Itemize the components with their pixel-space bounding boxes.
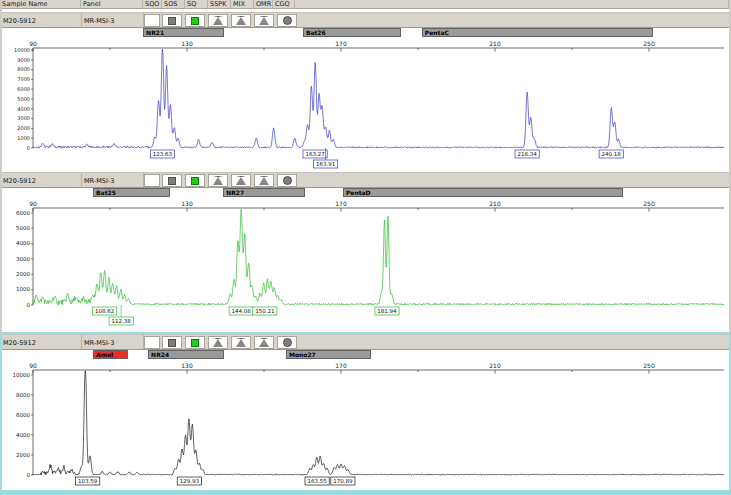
- trace-path: [33, 49, 724, 148]
- marker-row: AmelNR24Mono27: [0, 350, 731, 360]
- y-tick-label: 2000: [17, 125, 30, 131]
- cell-divider: [81, 173, 82, 187]
- cgq-flag-icon: [283, 16, 292, 25]
- marker-bat25[interactable]: Bat25: [93, 188, 170, 197]
- sos-flag-cell[interactable]: [162, 14, 182, 27]
- sqo-cell[interactable]: [144, 336, 160, 349]
- sample-name: M20-5912: [3, 17, 36, 25]
- x-tick-label: 250: [643, 200, 655, 207]
- sample-row[interactable]: M20-5912 MR-MSI-3: [0, 334, 731, 350]
- marker-amel[interactable]: Amel: [93, 350, 128, 359]
- y-tick-label: 9000: [17, 57, 30, 63]
- y-tick-label: 6000: [16, 210, 30, 216]
- sspk-flag-cell[interactable]: [208, 14, 228, 27]
- sample-row[interactable]: M20-5912 MR-MSI-3: [0, 12, 731, 28]
- col-sample-name[interactable]: Sample Name: [0, 0, 81, 9]
- col-sqo[interactable]: SQO: [143, 0, 162, 9]
- sos-flag-icon: [168, 177, 176, 185]
- mix-flag-icon: [236, 16, 246, 25]
- mix-flag-cell[interactable]: [231, 14, 251, 27]
- allele-label-text: 163.55: [308, 478, 328, 484]
- sample-name: M20-5912: [3, 339, 36, 347]
- col-sspk[interactable]: SSPK: [208, 0, 231, 9]
- sample-row[interactable]: M20-5912 MR-MSI-3: [0, 172, 731, 188]
- x-tick-label: 130: [181, 200, 193, 207]
- sos-flag-cell[interactable]: [162, 174, 182, 187]
- mix-flag-cell[interactable]: [231, 336, 251, 349]
- x-tick-label: 130: [181, 40, 193, 47]
- cgq-flag-cell[interactable]: [277, 336, 297, 349]
- col-sos[interactable]: SOS: [162, 0, 185, 9]
- y-tick-label: 0: [27, 145, 30, 151]
- allele-label-text: 123.63: [153, 151, 173, 157]
- sos-flag-icon: [168, 17, 176, 25]
- sq-flag-icon: [191, 17, 199, 25]
- x-tick-label: 90: [29, 200, 37, 207]
- x-tick-label: 170: [335, 200, 347, 207]
- mix-flag-icon: [236, 338, 246, 347]
- cell-divider: [81, 335, 82, 349]
- marker-pentac[interactable]: PentaC: [422, 28, 653, 37]
- y-tick-label: 3000: [17, 115, 30, 121]
- cgq-flag-icon: [283, 338, 292, 347]
- omr-flag-cell[interactable]: [254, 174, 274, 187]
- marker-nr27[interactable]: NR27: [223, 188, 305, 197]
- omr-flag-cell[interactable]: [254, 14, 274, 27]
- sq-flag-cell[interactable]: [185, 14, 205, 27]
- sq-flag-cell[interactable]: [185, 174, 205, 187]
- allele-label-text: 170.89: [333, 478, 353, 484]
- mix-flag-icon: [236, 176, 246, 185]
- allele-label-text: 112.38: [112, 318, 132, 324]
- allele-label-text: 163.27: [305, 151, 325, 157]
- panel-name: MR-MSI-3: [84, 177, 114, 185]
- allele-label-text: 240.18: [602, 151, 622, 157]
- sspk-flag-icon: [213, 176, 223, 185]
- sos-flag-cell[interactable]: [162, 336, 182, 349]
- marker-pentad[interactable]: PentaD: [343, 188, 623, 197]
- marker-bat26[interactable]: Bat26: [303, 28, 401, 37]
- col-sq[interactable]: SQ: [185, 0, 208, 9]
- marker-row: NR21Bat26PentaC: [0, 28, 731, 38]
- sq-flag-icon: [191, 339, 199, 347]
- sqo-cell[interactable]: [144, 174, 160, 187]
- cgq-flag-cell[interactable]: [277, 14, 297, 27]
- x-tick-label: 170: [335, 362, 347, 369]
- sspk-flag-cell[interactable]: [208, 336, 228, 349]
- electropherogram-panel-1: M20-5912 MR-MSI-3 NR21Bat26PentaC 901301…: [0, 12, 731, 170]
- x-tick-label: 90: [29, 362, 37, 369]
- electropherogram-plot[interactable]: 9013017021025001000200030004000500060007…: [0, 38, 731, 170]
- column-header-row: Sample Name Panel SQO SOS SQ SSPK MIX OM…: [0, 0, 731, 9]
- omr-flag-cell[interactable]: [254, 336, 274, 349]
- y-tick-label: 10000: [14, 47, 30, 53]
- mix-flag-cell[interactable]: [231, 174, 251, 187]
- x-tick-label: 90: [29, 40, 37, 47]
- omr-flag-icon: [259, 16, 269, 25]
- sq-flag-cell[interactable]: [185, 336, 205, 349]
- cell-divider: [81, 13, 82, 27]
- marker-mono27[interactable]: Mono27: [286, 350, 371, 359]
- marker-nr24[interactable]: NR24: [148, 350, 224, 359]
- cgq-flag-cell[interactable]: [277, 174, 297, 187]
- col-panel[interactable]: Panel: [81, 0, 143, 9]
- col-omr[interactable]: OMR: [254, 0, 273, 9]
- x-tick-label: 210: [489, 40, 501, 47]
- marker-nr21[interactable]: NR21: [143, 28, 224, 37]
- allele-label-text: 144.08: [232, 308, 252, 314]
- sspk-flag-icon: [213, 16, 223, 25]
- electropherogram-plot[interactable]: 9013017021025001000200030004000500060001…: [0, 198, 731, 330]
- sqo-cell[interactable]: [144, 14, 160, 27]
- allele-label-text: 103.59: [78, 478, 98, 484]
- col-mix[interactable]: MIX: [231, 0, 254, 9]
- marker-row: Bat25NR27PentaD: [0, 188, 731, 198]
- cgq-flag-icon: [283, 176, 292, 185]
- allele-label-text: 218.34: [517, 151, 537, 157]
- sspk-flag-cell[interactable]: [208, 174, 228, 187]
- allele-label-text: 108.62: [95, 308, 114, 314]
- y-tick-label: 6000: [16, 412, 30, 418]
- electropherogram-plot[interactable]: 901301702102500200040006000800010000103.…: [0, 360, 731, 490]
- sample-name: M20-5912: [3, 177, 36, 185]
- allele-label-text: 150.21: [255, 308, 274, 314]
- y-tick-label: 1000: [17, 135, 30, 141]
- col-cgq[interactable]: CGQ: [273, 0, 295, 9]
- omr-flag-icon: [259, 176, 269, 185]
